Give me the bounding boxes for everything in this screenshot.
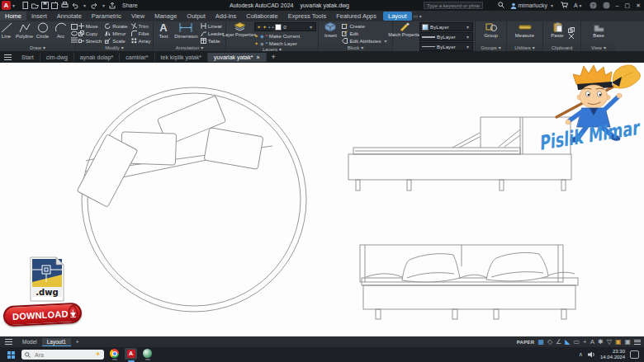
arc-button[interactable]: Arc bbox=[53, 22, 69, 44]
speaker-icon[interactable] bbox=[588, 351, 595, 358]
file-tab-start[interactable]: Start bbox=[16, 53, 40, 62]
close-tab-icon[interactable]: × bbox=[256, 54, 259, 60]
clean-screen-icon[interactable]: ▣ bbox=[624, 338, 631, 346]
polyline-button[interactable]: Polyline bbox=[17, 22, 33, 44]
new-file-icon[interactable] bbox=[21, 2, 29, 9]
lineweight-dropdown[interactable]: ByLayer ▾ bbox=[419, 32, 473, 41]
taskbar-autocad[interactable]: A bbox=[125, 348, 137, 362]
plot-icon[interactable] bbox=[61, 2, 69, 9]
move-button[interactable]: Move bbox=[78, 22, 102, 29]
snap-icon[interactable]: ◇ bbox=[547, 338, 552, 346]
model-tab[interactable]: Model bbox=[17, 338, 42, 346]
linetype-dropdown[interactable]: ByLayer ▾ bbox=[419, 42, 473, 51]
text-button[interactable]: A Text bbox=[155, 22, 172, 44]
base-view-button[interactable]: Base bbox=[590, 22, 607, 44]
account-menu[interactable]: mimarlucky ▾ bbox=[510, 2, 555, 9]
layer-dropdown[interactable]: ✦ ✦ ▪ ▪ 0 ▾ bbox=[254, 22, 316, 31]
layer-properties-button[interactable]: Layer Properties bbox=[228, 22, 251, 46]
annotation-scale-icon[interactable]: A bbox=[590, 338, 594, 346]
drawing-area[interactable]: Pislik Mimar .dwg DOWNLOAD bbox=[0, 63, 644, 336]
undo-icon[interactable] bbox=[71, 2, 79, 9]
mirror-button[interactable]: Mirror bbox=[105, 30, 127, 36]
create-block-button[interactable]: Create bbox=[342, 22, 388, 29]
ortho-icon[interactable]: ∠ bbox=[556, 338, 561, 346]
ribbon-display-caret-icon[interactable]: ▭ ▾ bbox=[414, 13, 422, 19]
tray-expand-icon[interactable]: ∧ bbox=[579, 351, 583, 358]
ribbon-tab-featured-apps[interactable]: Featured Apps bbox=[331, 12, 381, 21]
notification-bell-icon[interactable] bbox=[603, 2, 610, 10]
taskbar-chrome[interactable] bbox=[110, 349, 119, 360]
taskbar-clock[interactable]: 23:30 14.04.2024 bbox=[600, 349, 625, 360]
autodesk-apps-icon[interactable]: A▾ bbox=[574, 2, 584, 8]
edit-block-button[interactable]: Edit bbox=[342, 30, 388, 36]
open-folder-icon[interactable] bbox=[31, 2, 39, 9]
ribbon-tab-parametric[interactable]: Parametric bbox=[87, 12, 126, 21]
ribbon-tab-home[interactable]: Home bbox=[0, 12, 26, 21]
panel-label-block[interactable]: Block▾ bbox=[319, 44, 392, 51]
array-button[interactable]: Array bbox=[131, 37, 151, 44]
app-store-cart-icon[interactable] bbox=[561, 2, 568, 9]
panel-label-groups[interactable]: Groups▾ bbox=[476, 44, 506, 51]
paste-button[interactable]: Paste bbox=[549, 22, 566, 44]
trim-button[interactable]: Trim bbox=[131, 22, 151, 29]
leader-button[interactable]: Leader bbox=[201, 30, 224, 36]
table-button[interactable]: Table bbox=[201, 37, 224, 44]
copy-button[interactable]: Copy bbox=[78, 30, 102, 36]
color-dropdown[interactable]: ByLayer ▾ bbox=[419, 22, 473, 31]
layout-menu-icon[interactable] bbox=[5, 339, 12, 345]
new-layout-button[interactable]: + bbox=[71, 338, 84, 346]
circle-button[interactable]: Circle bbox=[35, 22, 51, 44]
customization-menu-icon[interactable] bbox=[634, 340, 641, 345]
ribbon-tab-layout[interactable]: Layout bbox=[383, 12, 412, 21]
workspace-gear-icon[interactable]: ✱ bbox=[598, 338, 604, 346]
ribbon-tab-insert[interactable]: Insert bbox=[26, 12, 52, 21]
group-button[interactable]: Group bbox=[483, 22, 500, 44]
panel-label-clipboard[interactable]: Clipboard bbox=[543, 44, 580, 51]
share-label[interactable]: Share bbox=[122, 2, 138, 8]
panel-label-utilities[interactable]: Utilities▾ bbox=[507, 44, 542, 51]
undo-caret-icon[interactable]: ▾ bbox=[83, 2, 86, 8]
help-search-input[interactable] bbox=[424, 2, 483, 9]
ribbon-tab-view[interactable]: View bbox=[126, 12, 149, 21]
ribbon-tab-manage[interactable]: Manage bbox=[149, 12, 182, 21]
start-button[interactable] bbox=[7, 351, 15, 359]
app-menu-caret-icon[interactable]: ▾ bbox=[12, 2, 15, 8]
rotate-button[interactable]: Rotate bbox=[105, 22, 127, 29]
file-tab-tek-kisilik-yatak[interactable]: tek kişilik yatak* bbox=[155, 53, 208, 62]
make-current-button[interactable]: ✦◈▪ Make Current bbox=[254, 32, 316, 39]
file-tabs-menu-icon[interactable] bbox=[4, 54, 12, 60]
panel-label-annotation[interactable]: Annotation▾ bbox=[154, 44, 225, 51]
scale-button[interactable]: Scale bbox=[105, 37, 127, 44]
notification-center-icon[interactable] bbox=[630, 350, 639, 359]
insert-block-button[interactable]: Insert bbox=[322, 22, 339, 44]
ribbon-tab-collaborate[interactable]: Collaborate bbox=[241, 12, 282, 21]
file-tab-aynali-dolap[interactable]: aynalı dolap* bbox=[74, 53, 120, 62]
save-icon[interactable] bbox=[41, 2, 49, 9]
ribbon-tab-annotate[interactable]: Annotate bbox=[52, 12, 87, 21]
edit-attributes-button[interactable]: Edit Attributes▾ bbox=[342, 37, 388, 44]
file-tab-cim-dwg[interactable]: cim-dwg bbox=[40, 53, 74, 62]
clipboard-extra-tools[interactable] bbox=[568, 22, 575, 44]
app-menu-button[interactable]: A bbox=[2, 1, 11, 10]
fillet-button[interactable]: Fillet bbox=[131, 30, 151, 36]
osnap-icon[interactable]: ▭ bbox=[573, 338, 580, 346]
paper-space-label[interactable]: PAPER bbox=[517, 340, 535, 345]
ribbon-tab-addins[interactable]: Add-ins bbox=[211, 12, 241, 21]
redo-icon[interactable] bbox=[90, 2, 98, 9]
linear-button[interactable]: Linear bbox=[201, 22, 224, 29]
qat-customize-caret-icon[interactable]: ▾ bbox=[102, 2, 105, 8]
taskbar-search-input[interactable] bbox=[33, 351, 86, 359]
minimize-button[interactable]: – bbox=[616, 2, 619, 8]
ribbon-tab-express-tools[interactable]: Express Tools bbox=[283, 12, 332, 21]
share-icon[interactable] bbox=[109, 2, 116, 9]
stretch-button[interactable]: Stretch bbox=[78, 37, 102, 44]
new-drawing-button[interactable]: + bbox=[272, 53, 276, 61]
file-tab-camlilar[interactable]: camlılar* bbox=[120, 53, 154, 62]
panel-label-modify[interactable]: Modify▾ bbox=[76, 44, 153, 51]
help-icon[interactable]: ? bbox=[590, 2, 597, 10]
polar-tracking-icon[interactable]: ◣ bbox=[565, 338, 570, 346]
line-button[interactable]: Line bbox=[0, 22, 15, 44]
close-button[interactable]: ✕ bbox=[636, 2, 641, 9]
panel-label-view[interactable]: View▾ bbox=[581, 44, 616, 51]
maximize-button[interactable]: ▢ bbox=[625, 2, 631, 9]
